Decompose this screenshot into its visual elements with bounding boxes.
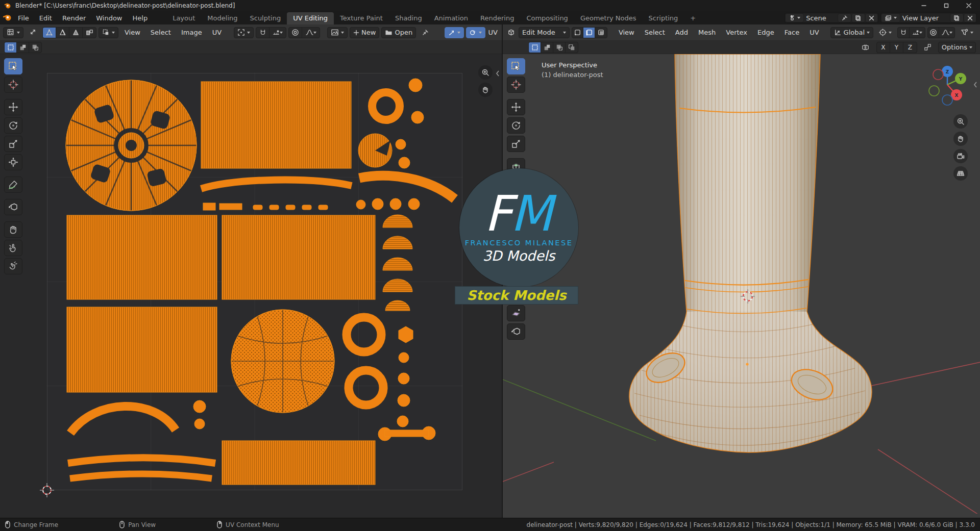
menu-render[interactable]: Render bbox=[58, 13, 90, 23]
transform-orientation-dropdown[interactable]: Global bbox=[830, 27, 873, 38]
tab-rendering[interactable]: Rendering bbox=[474, 12, 520, 24]
uv-island-rect-bottom[interactable] bbox=[222, 441, 375, 485]
vp-tool-rip-region[interactable] bbox=[507, 323, 525, 340]
object-visibility-dropdown[interactable] bbox=[957, 27, 977, 38]
uv-select-mode-island[interactable] bbox=[83, 28, 96, 38]
add-workspace-button[interactable]: + bbox=[684, 12, 702, 24]
tab-geometry-nodes[interactable]: Geometry Nodes bbox=[574, 12, 643, 24]
tool-grab[interactable] bbox=[4, 221, 22, 238]
menu-window[interactable]: Window bbox=[91, 13, 127, 23]
select-mode-face[interactable] bbox=[595, 28, 607, 38]
new-scene-button[interactable] bbox=[851, 13, 865, 22]
vp-snap-target-dropdown[interactable] bbox=[910, 28, 925, 38]
vp-tool-shear[interactable] bbox=[507, 305, 525, 321]
gizmo-x-neg-axis[interactable] bbox=[933, 69, 943, 80]
tab-shading[interactable]: Shading bbox=[389, 12, 428, 24]
uv-show-gizmo-toggle[interactable] bbox=[445, 27, 464, 38]
uv-island-ring[interactable] bbox=[347, 317, 381, 352]
uv-island-band1[interactable] bbox=[68, 458, 215, 464]
view-layer-name[interactable]: View Layer bbox=[900, 14, 950, 22]
uv-menu-uv[interactable]: UV bbox=[208, 27, 226, 38]
uv-island-fans[interactable] bbox=[383, 215, 412, 311]
uv-island-hex[interactable] bbox=[399, 326, 413, 343]
mirror-z-toggle[interactable]: Z bbox=[903, 42, 917, 53]
vp-menu-add[interactable]: Add bbox=[671, 27, 692, 38]
minimize-button[interactable] bbox=[913, 0, 935, 11]
tab-sculpting[interactable]: Sculpting bbox=[243, 12, 287, 24]
new-view-layer-button[interactable] bbox=[950, 13, 964, 22]
vp-select-op-subtract[interactable] bbox=[553, 42, 566, 53]
uv-island-band-arc[interactable] bbox=[201, 180, 352, 189]
tool-annotate[interactable] bbox=[4, 176, 22, 193]
uv-island-dot[interactable] bbox=[411, 111, 424, 123]
gizmo-z-neg-axis[interactable] bbox=[942, 95, 952, 105]
select-op-extend[interactable] bbox=[17, 42, 29, 53]
blender-app-icon[interactable] bbox=[3, 14, 12, 22]
vp-pivot-dropdown[interactable] bbox=[875, 27, 895, 38]
uv-select-mode-vertex[interactable] bbox=[43, 28, 56, 38]
uv-sync-selection-toggle[interactable] bbox=[26, 27, 40, 38]
vp-menu-uv[interactable]: UV bbox=[805, 27, 823, 38]
vp-menu-view[interactable]: View bbox=[615, 27, 639, 38]
uv-canvas[interactable] bbox=[0, 54, 502, 518]
image-pin-button[interactable] bbox=[418, 27, 432, 38]
scene-3d[interactable] bbox=[503, 54, 980, 514]
uv-island-dashes[interactable] bbox=[253, 205, 328, 210]
navigation-gizmo[interactable]: Z Y X bbox=[924, 61, 971, 108]
uv-pivot-dropdown[interactable] bbox=[234, 27, 254, 38]
delete-view-layer-button[interactable] bbox=[964, 13, 976, 22]
tab-scripting[interactable]: Scripting bbox=[643, 12, 684, 24]
image-new-button[interactable]: New bbox=[350, 27, 379, 38]
close-button[interactable] bbox=[958, 0, 980, 11]
uv-island-rect-mid-left[interactable] bbox=[67, 215, 217, 299]
vp-zoom-button[interactable] bbox=[953, 114, 968, 129]
select-op-new[interactable] bbox=[5, 42, 17, 53]
select-mode-edge[interactable] bbox=[583, 28, 595, 38]
vp-menu-vertex[interactable]: Vertex bbox=[722, 27, 751, 38]
image-open-button[interactable]: Open bbox=[381, 27, 416, 38]
uv-island-sphere[interactable] bbox=[231, 310, 334, 413]
uv-collapse-chevron[interactable] bbox=[495, 69, 501, 78]
tab-uv-editing[interactable]: UV Editing bbox=[287, 12, 334, 24]
viewport-editor-type-dropdown[interactable] bbox=[506, 27, 517, 38]
vp-tool-select-box[interactable] bbox=[507, 58, 525, 74]
uv-snap-toggle[interactable] bbox=[256, 28, 270, 38]
uv-island-band2[interactable] bbox=[70, 474, 212, 478]
vp-menu-mesh[interactable]: Mesh bbox=[694, 27, 720, 38]
uv-island-rect-mid[interactable] bbox=[222, 215, 375, 299]
tool-pinch[interactable] bbox=[4, 258, 22, 274]
snap-options-button[interactable] bbox=[920, 42, 935, 53]
uv-select-mode-edge[interactable] bbox=[56, 28, 69, 38]
scene-browse-button[interactable] bbox=[785, 13, 804, 22]
uv-islands[interactable] bbox=[66, 79, 455, 485]
uv-island-arc-big[interactable] bbox=[70, 406, 176, 433]
tool-rotate[interactable] bbox=[4, 117, 22, 134]
uv-menu-image[interactable]: Image bbox=[177, 27, 206, 38]
tool-scale[interactable] bbox=[4, 136, 22, 152]
vp-menu-edge[interactable]: Edge bbox=[753, 27, 778, 38]
proportional-falloff-dropdown[interactable] bbox=[302, 28, 320, 38]
uv-2d-cursor[interactable] bbox=[39, 482, 55, 498]
uv-zoom-button[interactable] bbox=[478, 65, 493, 80]
select-mode-vertex[interactable] bbox=[572, 28, 584, 38]
vp-proportional-toggle[interactable] bbox=[928, 28, 940, 38]
uv-show-overlays-toggle[interactable] bbox=[466, 27, 485, 38]
vp-tool-cursor[interactable] bbox=[507, 77, 525, 93]
uv-island-rect-low-left[interactable] bbox=[67, 307, 217, 392]
mirror-toggle[interactable] bbox=[857, 42, 873, 53]
vp-select-op-intersect[interactable] bbox=[566, 42, 578, 53]
vp-pan-button[interactable] bbox=[953, 132, 968, 146]
tool-transform[interactable] bbox=[4, 154, 22, 170]
view-layer-browse-button[interactable] bbox=[881, 13, 900, 22]
delineator-post-mesh[interactable] bbox=[620, 54, 880, 462]
uv-select-mode-face[interactable] bbox=[69, 28, 83, 38]
uv-display-label[interactable]: UV bbox=[487, 27, 499, 38]
menu-file[interactable]: File bbox=[13, 13, 34, 23]
uv-pan-button[interactable] bbox=[478, 83, 493, 97]
uv-islands-layer[interactable] bbox=[47, 73, 462, 490]
delete-scene-button[interactable] bbox=[865, 13, 878, 22]
uv-island-rect-top[interactable] bbox=[201, 82, 351, 168]
pin-scene-button[interactable] bbox=[838, 13, 851, 22]
vp-tool-move[interactable] bbox=[507, 99, 525, 115]
image-browse-dropdown[interactable] bbox=[327, 27, 348, 38]
